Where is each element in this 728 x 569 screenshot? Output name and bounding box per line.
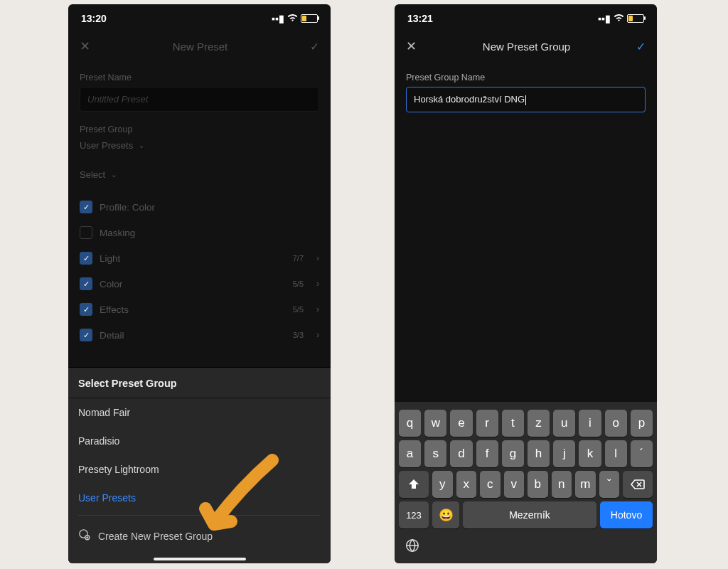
chevron-down-icon: ⌄ [139, 142, 144, 149]
chevron-right-icon: › [316, 304, 319, 314]
key-l[interactable]: l [605, 440, 627, 467]
battery-icon [301, 14, 318, 23]
key-k[interactable]: k [579, 440, 601, 467]
preset-group-value: User Presets [80, 140, 133, 151]
group-name-label: Preset Group Name [406, 73, 646, 83]
battery-icon [627, 14, 644, 23]
numeric-key[interactable]: 123 [399, 501, 429, 528]
key-p[interactable]: p [631, 410, 653, 437]
checkbox-icon[interactable] [80, 226, 92, 239]
key-j[interactable]: j [553, 440, 575, 467]
home-indicator[interactable] [154, 558, 246, 560]
phone-left: 13:20 ▪▪▮ ✕ New Preset ✓ Preset Name Unt… [68, 4, 331, 563]
checkbox-icon[interactable]: ✓ [80, 201, 92, 213]
key-x[interactable]: x [456, 471, 477, 498]
modal-title: New Preset [173, 41, 228, 53]
preset-name-input[interactable]: Untitled Preset [80, 87, 319, 112]
key-y[interactable]: y [432, 471, 453, 498]
checkbox-icon[interactable]: ✓ [80, 329, 92, 341]
key-w[interactable]: w [424, 410, 446, 437]
close-icon[interactable]: ✕ [80, 38, 90, 54]
confirm-icon[interactable]: ✓ [636, 40, 646, 53]
chevron-right-icon: › [316, 330, 319, 340]
key-u[interactable]: u [553, 410, 575, 437]
option-row[interactable]: ✓ Color 5/5 › [80, 271, 319, 297]
key-´[interactable]: ´ [631, 440, 653, 467]
option-row[interactable]: Masking [80, 220, 319, 245]
key-a[interactable]: a [399, 440, 421, 467]
key-r[interactable]: r [476, 410, 498, 437]
key-h[interactable]: h [528, 440, 550, 467]
checkbox-icon[interactable]: ✓ [80, 303, 92, 316]
modal-header: ✕ New Preset ✓ [68, 30, 331, 63]
keyboard: qwertzuiop asdfghjkl´ yxcvbnmˇ 123 😀 Mez… [395, 402, 657, 563]
key-z[interactable]: z [528, 410, 550, 437]
wifi-icon [614, 13, 624, 24]
option-row[interactable]: ✓ Detail 3/3 › [80, 322, 319, 348]
confirm-icon[interactable]: ✓ [310, 40, 319, 53]
preset-name-label: Preset Name [80, 73, 319, 83]
sheet-item[interactable]: Nomad Fair [68, 398, 331, 427]
done-key[interactable]: Hotovo [600, 501, 653, 528]
backspace-key[interactable] [623, 471, 653, 498]
key-q[interactable]: q [399, 410, 421, 437]
sheet-item[interactable]: Paradisio [68, 427, 331, 455]
close-icon[interactable]: ✕ [406, 38, 417, 54]
space-key[interactable]: Mezerník [463, 501, 596, 528]
key-v[interactable]: v [504, 471, 525, 498]
key-b[interactable]: b [528, 471, 548, 498]
shift-key[interactable] [399, 471, 429, 498]
status-time: 13:20 [81, 13, 107, 24]
preset-group-sheet: Select Preset Group Nomad Fair Paradisio… [68, 367, 331, 563]
modal-header: ✕ New Preset Group ✓ [395, 30, 657, 63]
option-row[interactable]: ✓ Profile: Color [80, 194, 319, 220]
wifi-icon [287, 13, 298, 24]
key-g[interactable]: g [502, 440, 524, 467]
key-d[interactable]: d [450, 440, 472, 467]
sheet-item-active[interactable]: User Presets [68, 484, 331, 512]
emoji-key[interactable]: 😀 [432, 501, 459, 528]
preset-group-label: Preset Group [80, 124, 319, 134]
create-preset-group[interactable]: Create New Preset Group [68, 519, 331, 553]
preset-group-dropdown[interactable]: User Presets ⌄ [80, 140, 319, 151]
key-s[interactable]: s [424, 440, 446, 467]
select-toggle[interactable]: Select ⌄ [80, 169, 319, 180]
modal-title: New Preset Group [483, 41, 570, 53]
key-n[interactable]: n [552, 471, 572, 498]
status-bar: 13:20 ▪▪▮ [68, 4, 331, 30]
divider [78, 515, 321, 516]
key-c[interactable]: c [480, 471, 500, 498]
checkbox-icon[interactable]: ✓ [80, 252, 92, 265]
option-row[interactable]: ✓ Effects 5/5 › [80, 297, 319, 322]
chevron-down-icon: ⌄ [111, 171, 117, 179]
key-m[interactable]: m [575, 471, 596, 498]
phone-right: 13:21 ▪▪▮ ✕ New Preset Group ✓ Preset Gr… [395, 4, 657, 563]
key-f[interactable]: f [476, 440, 498, 467]
add-group-icon [78, 528, 91, 543]
key-i[interactable]: i [579, 410, 601, 437]
sheet-title: Select Preset Group [68, 368, 331, 398]
key-e[interactable]: e [450, 410, 472, 437]
text-caret [525, 95, 526, 105]
status-bar: 13:21 ▪▪▮ [395, 4, 657, 30]
key-o[interactable]: o [605, 410, 627, 437]
group-name-input[interactable]: Horská dobrodružství DNG [406, 87, 646, 112]
options-list: ✓ Profile: Color Masking ✓ Light 7/7 › ✓… [80, 194, 319, 348]
status-time: 13:21 [407, 13, 433, 24]
signal-icon: ▪▪▮ [272, 13, 284, 24]
checkbox-icon[interactable]: ✓ [80, 277, 92, 290]
globe-icon[interactable] [405, 538, 420, 556]
signal-icon: ▪▪▮ [598, 13, 611, 24]
key-t[interactable]: t [502, 410, 524, 437]
chevron-right-icon: › [316, 253, 319, 263]
sheet-item[interactable]: Presety Lightroom [68, 455, 331, 484]
chevron-right-icon: › [316, 279, 319, 289]
option-row[interactable]: ✓ Light 7/7 › [80, 245, 319, 271]
key-ˇ[interactable]: ˇ [599, 471, 620, 498]
